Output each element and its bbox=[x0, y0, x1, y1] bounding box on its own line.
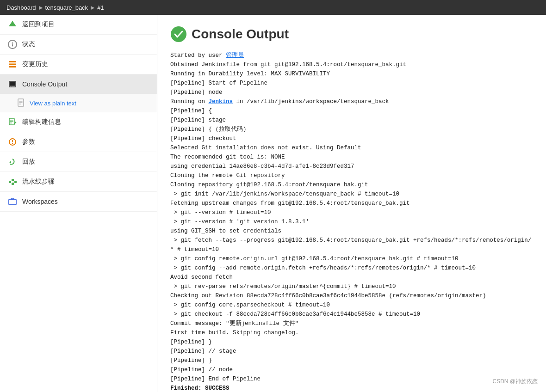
console-line: Checking out Revision 88ecda728c4ff66c0b… bbox=[170, 291, 533, 300]
svg-rect-24 bbox=[9, 181, 11, 183]
sidebar-item-workspaces[interactable]: Workspaces bbox=[0, 192, 157, 212]
console-line: [Pipeline] Start of Pipeline bbox=[170, 79, 533, 88]
console-icon bbox=[7, 79, 18, 89]
sidebar-label-edit: 编辑构建信息 bbox=[22, 118, 61, 126]
console-line: Selected Git installation does not exist… bbox=[170, 143, 533, 153]
svg-point-22 bbox=[12, 143, 13, 144]
console-line: The recommended git tool is: NONE bbox=[170, 153, 533, 162]
topbar-dashboard-link[interactable]: Dashboard bbox=[6, 4, 36, 11]
console-line: Running in Durability level: MAX_SURVIVA… bbox=[170, 69, 533, 79]
console-line: [Pipeline] stage bbox=[170, 116, 533, 125]
user-link[interactable]: 管理员 bbox=[226, 52, 244, 59]
sidebar-item-edit-build[interactable]: 编辑构建信息 bbox=[0, 112, 157, 132]
sidebar-label-status: 状态 bbox=[22, 40, 35, 49]
sidebar-item-replay[interactable]: 回放 bbox=[0, 152, 157, 172]
sidebar-item-params[interactable]: 参数 bbox=[0, 132, 157, 152]
sidebar-label-back: 返回到项目 bbox=[22, 20, 55, 29]
page-title: Console Output bbox=[192, 27, 289, 42]
arrow-up-icon bbox=[7, 19, 18, 30]
layout: 返回到项目 状态 变更历史 Console Output bbox=[0, 15, 546, 392]
console-line: [Pipeline] checkout bbox=[170, 134, 533, 143]
topbar-build: #1 bbox=[97, 4, 104, 11]
params-icon bbox=[7, 137, 18, 147]
svg-rect-9 bbox=[10, 86, 12, 87]
pipeline-icon bbox=[7, 177, 18, 187]
history-icon bbox=[7, 59, 18, 69]
doc-icon bbox=[17, 98, 25, 108]
svg-marker-23 bbox=[9, 161, 11, 164]
console-line: Commit message: "更新jenkinsfile 文件" bbox=[170, 319, 533, 328]
console-line: Finished: SUCCESS bbox=[170, 384, 533, 392]
console-line: [Pipeline] // stage bbox=[170, 347, 533, 356]
svg-point-31 bbox=[171, 26, 186, 42]
svg-rect-10 bbox=[12, 86, 15, 87]
sidebar-item-pipeline[interactable]: 流水线步骤 bbox=[0, 172, 157, 192]
console-line: > git config core.sparsecheckout # timeo… bbox=[170, 300, 533, 310]
console-line: [Pipeline] End of Pipeline bbox=[170, 374, 533, 384]
console-line: > git config remote.origin.url git@192.1… bbox=[170, 254, 533, 263]
console-line: Avoid second fetch bbox=[170, 273, 533, 282]
page-title-row: Console Output bbox=[170, 26, 533, 43]
sidebar-item-status[interactable]: 状态 bbox=[0, 35, 157, 55]
sidebar-label-workspaces: Workspaces bbox=[22, 198, 58, 205]
svg-rect-27 bbox=[14, 181, 17, 183]
console-line: Obtained Jenkinsfile from git git@192.16… bbox=[170, 60, 533, 69]
topbar-project-link[interactable]: tensquare_back bbox=[45, 4, 88, 11]
sidebar: 返回到项目 状态 变更历史 Console Output bbox=[0, 15, 157, 392]
console-output: Started by user 管理员Obtained Jenkinsfile … bbox=[170, 51, 533, 392]
console-line: [Pipeline] } bbox=[170, 337, 533, 347]
svg-rect-4 bbox=[9, 61, 16, 62]
svg-rect-8 bbox=[10, 82, 15, 86]
console-line: [Pipeline] node bbox=[170, 88, 533, 97]
console-line: First time build. Skipping changelog. bbox=[170, 328, 533, 337]
watermark: CSDN @神族依恋 bbox=[492, 378, 538, 386]
status-icon bbox=[7, 39, 18, 49]
console-line: > git config --add remote.origin.fetch +… bbox=[170, 263, 533, 273]
workspace-icon bbox=[7, 196, 18, 207]
console-line: > git --version # 'git version 1.8.3.1' bbox=[170, 217, 533, 227]
svg-marker-0 bbox=[9, 21, 16, 26]
sidebar-label-history: 变更历史 bbox=[22, 60, 48, 68]
sidebar-label-pipeline: 流水线步骤 bbox=[22, 178, 55, 186]
console-line: > git init /var/lib/jenkins/workspace/te… bbox=[170, 190, 533, 199]
console-line: Cloning the remote Git repository bbox=[170, 171, 533, 180]
console-line: > git fetch --tags --progress git@192.16… bbox=[170, 236, 533, 254]
console-line: [Pipeline] { bbox=[170, 106, 533, 116]
console-line: Fetching upstream changes from git@192.1… bbox=[170, 199, 533, 208]
main-content: Console Output Started by user 管理员Obtain… bbox=[157, 15, 546, 392]
sidebar-sub-label-plain-text: View as plain text bbox=[30, 100, 76, 107]
console-line: > git rev-parse refs/remotes/origin/mast… bbox=[170, 282, 533, 291]
topbar-sep1: ▶ bbox=[39, 5, 43, 11]
sidebar-item-view-plain-text[interactable]: View as plain text bbox=[0, 94, 157, 112]
success-check-icon bbox=[170, 26, 187, 43]
topbar: Dashboard ▶ tensquare_back ▶ #1 bbox=[0, 0, 546, 15]
sidebar-item-console[interactable]: Console Output bbox=[0, 74, 157, 94]
console-line: > git --version # timeout=10 bbox=[170, 208, 533, 217]
svg-point-2 bbox=[12, 43, 13, 44]
sidebar-label-console: Console Output bbox=[22, 80, 67, 88]
svg-rect-5 bbox=[9, 64, 16, 65]
sidebar-item-back-to-project[interactable]: 返回到项目 bbox=[0, 15, 157, 35]
replay-icon bbox=[7, 157, 18, 167]
console-line: [Pipeline] // node bbox=[170, 365, 533, 374]
svg-rect-29 bbox=[9, 199, 16, 205]
topbar-sep2: ▶ bbox=[91, 5, 94, 11]
console-line: Running on Jenkins in /var/lib/jenkins/w… bbox=[170, 97, 533, 106]
svg-rect-6 bbox=[9, 66, 16, 67]
console-line: [Pipeline] { (拉取代码) bbox=[170, 125, 533, 134]
jenkins-link[interactable]: Jenkins bbox=[209, 98, 233, 105]
sidebar-sub-group: View as plain text bbox=[0, 94, 157, 112]
console-line: Started by user 管理员 bbox=[170, 51, 533, 60]
sidebar-label-replay: 回放 bbox=[22, 158, 35, 166]
console-line: Cloning repository git@192.168.5.4:root/… bbox=[170, 180, 533, 190]
svg-rect-3 bbox=[12, 44, 13, 47]
svg-rect-25 bbox=[12, 179, 14, 181]
sidebar-item-history[interactable]: 变更历史 bbox=[0, 55, 157, 74]
sidebar-label-params: 参数 bbox=[22, 138, 35, 146]
console-line: [Pipeline] } bbox=[170, 356, 533, 365]
console-line: using GIT_SSH to set credentials bbox=[170, 227, 533, 236]
svg-rect-26 bbox=[12, 183, 14, 185]
edit-icon bbox=[7, 117, 18, 127]
console-line: > git checkout -f 88ecda728c4ff66c0b8cae… bbox=[170, 310, 533, 319]
console-line: using credential 14ae86e8-c3b4-4d7d-afe1… bbox=[170, 162, 533, 171]
